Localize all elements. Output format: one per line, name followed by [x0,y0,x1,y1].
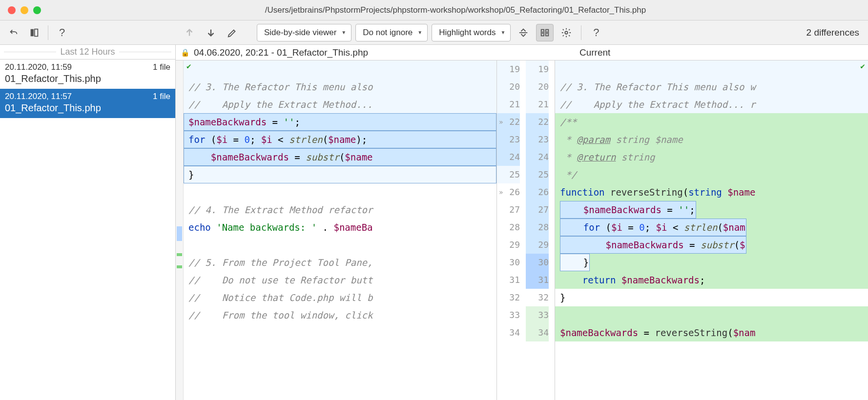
highlight-mode-dropdown[interactable]: Highlight words ▼ [432,24,511,41]
left-pane-title: 04.06.2020, 20:21 - 01_Refactor_This.php [194,47,368,58]
revert-button[interactable] [5,24,22,41]
inspections-ok-icon: ✔ [186,61,191,71]
diff-count-label: 2 differences [806,27,863,38]
prev-diff-button[interactable] [181,24,198,41]
history-sidebar: Last 12 Hours 20.11.2020, 11:59 1 file 0… [0,45,176,400]
inspections-ok-icon: ✔ [860,61,865,71]
ignore-mode-dropdown[interactable]: Do not ignore ▼ [355,24,428,41]
edit-button[interactable] [224,24,241,41]
history-timestamp: 20.11.2020, 11:59 [5,62,72,72]
viewer-mode-label: Side-by-side viewer [264,28,336,38]
left-minimap[interactable] [176,60,184,400]
next-diff-button[interactable] [202,24,220,41]
apply-change-icon[interactable]: » [499,113,503,131]
show-diff-button[interactable] [25,24,43,41]
history-meta: 1 file [153,62,170,72]
right-pane-title: Current [579,47,610,58]
right-gutter: 19 20 21 22 23 24 25 26 27 28 29 30 31 3… [526,60,555,400]
left-gutter: 19 20 21 »22 23 24 25 »26 27 28 29 30 31… [496,60,526,400]
settings-button[interactable] [558,24,575,41]
sync-scroll-button[interactable] [536,24,554,41]
help-button[interactable]: ? [53,24,71,41]
window-title: /Users/jetbrains/PhpstormProjects/phpsto… [51,5,860,15]
apply-change-icon[interactable]: » [499,183,503,201]
chevron-down-icon: ▼ [341,30,346,35]
history-item[interactable]: 20.11.2020, 11:59 1 file 01_Refactor_Thi… [0,60,175,89]
left-pane-header: 🔒 04.06.2020, 20:21 - 01_Refactor_This.p… [176,45,469,60]
sidebar-header: Last 12 Hours [0,45,175,60]
maximize-window-button[interactable] [33,6,41,14]
history-meta: 1 file [153,92,170,101]
highlight-mode-label: Highlight words [439,28,496,38]
gear-icon [561,27,572,38]
chevron-down-icon: ▼ [417,30,422,35]
line-number-gutters: 19 20 21 »22 23 24 25 »26 27 28 29 30 31… [496,60,555,400]
history-file: 01_Refactor_This.php [5,73,170,84]
diff-window: /Users/jetbrains/PhpstormProjects/phpsto… [0,0,868,400]
minimize-window-button[interactable] [21,6,28,14]
titlebar: /Users/jetbrains/PhpstormProjects/phpsto… [0,0,868,20]
code-line [184,60,496,78]
history-timestamp: 20.11.2020, 11:57 [5,92,72,101]
viewer-mode-dropdown[interactable]: Side-by-side viewer ▼ [257,24,351,41]
right-pane-header: Current [575,45,868,60]
svg-rect-0 [31,29,34,36]
toolbar: ? Side-by-side viewer ▼ Do not ignore ▼ [0,20,868,45]
diff-area: 🔒 04.06.2020, 20:21 - 01_Refactor_This.p… [176,45,868,400]
history-item[interactable]: 20.11.2020, 11:57 1 file 01_Refactor_Thi… [0,89,175,118]
right-code-pane[interactable]: ✔ // 3. The Refactor This menu also w //… [555,60,868,400]
collapse-unchanged-button[interactable] [515,24,532,41]
history-file: 01_Refactor_This.php [5,102,170,114]
ignore-mode-label: Do not ignore [363,28,413,38]
left-code-pane[interactable]: ✔ // 3. The Refactor This menu also // A… [184,60,496,400]
chevron-down-icon: ▼ [500,30,505,35]
diff-help-button[interactable]: ? [587,24,605,41]
close-window-button[interactable] [8,6,16,14]
svg-rect-1 [35,29,38,36]
window-controls [8,6,41,14]
svg-point-5 [565,31,568,34]
lock-icon: 🔒 [181,48,190,57]
